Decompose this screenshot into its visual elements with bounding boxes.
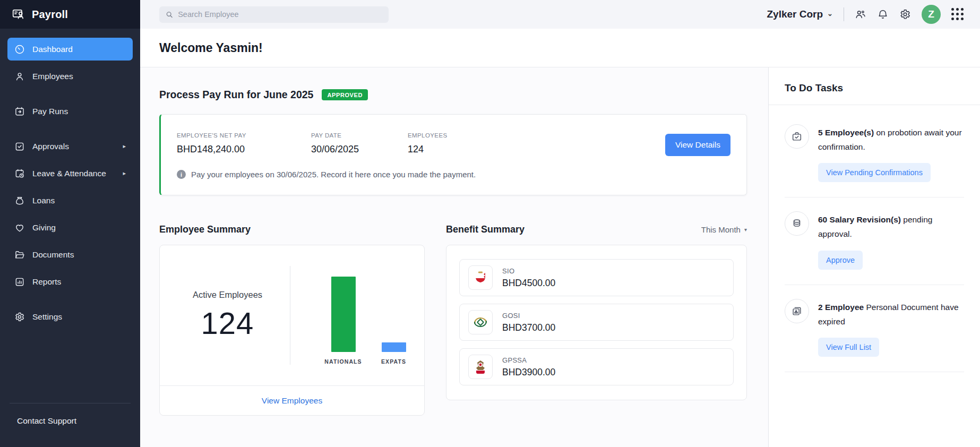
sidebar-item-documents[interactable]: Documents — [7, 243, 133, 266]
field-label: PAY DATE — [311, 132, 408, 139]
task-text: 60 Salary Revision(s) pending approval. — [818, 211, 964, 241]
sidebar-item-employees[interactable]: Employees — [7, 65, 133, 88]
sidebar-item-reports[interactable]: Reports — [7, 270, 133, 293]
sidebar-item-label: Leave & Attendance — [32, 169, 106, 178]
heart-icon — [14, 222, 25, 233]
sidebar-item-label: Documents — [32, 250, 74, 260]
settings-gear-icon[interactable] — [899, 8, 911, 20]
employees-count-field: EMPLOYEES 124 — [408, 132, 448, 155]
search-icon — [166, 11, 173, 19]
apps-grid-icon[interactable] — [951, 8, 964, 21]
benefit-row-sio[interactable]: SIO BHD4500.00 — [459, 259, 734, 296]
payrun-title: Process Pay Run for June 2025 — [159, 89, 313, 101]
sidebar-item-pay-runs[interactable]: Pay Runs — [7, 100, 133, 123]
active-employees-count: 124 — [165, 305, 290, 341]
period-selector[interactable]: This Month ▾ — [701, 225, 747, 234]
app-title: Payroll — [32, 8, 68, 21]
welcome-band: Welcome Yasmin! — [140, 29, 980, 67]
task-text: 2 Employee Personal Document have expire… — [818, 299, 964, 329]
company-name: Zylker Corp — [767, 8, 823, 20]
todo-panel: To Do Tasks 5 Employee(s) on probotion a… — [768, 67, 980, 447]
field-value: 124 — [408, 144, 448, 155]
nationals-label: NATIONALS — [324, 358, 362, 365]
page-title: Welcome Yasmin! — [159, 41, 263, 55]
period-label: This Month — [701, 225, 741, 234]
bahrain-emblem-icon — [468, 265, 493, 290]
benefit-amount: BHD3900.00 — [502, 367, 555, 378]
chevron-right-icon: ▸ — [123, 170, 126, 177]
benefit-row-gpssa[interactable]: GPSSA BHD3900.00 — [459, 348, 734, 385]
chevron-right-icon: ▸ — [123, 143, 126, 150]
folder-icon — [14, 250, 25, 260]
status-badge: APPROVED — [322, 89, 368, 100]
sidebar-item-label: Dashboard — [32, 45, 73, 54]
employee-summary-card: Active Employees 124 NATIONALS — [159, 245, 425, 416]
pay-runs-icon — [14, 106, 25, 117]
approvals-icon — [14, 141, 25, 152]
task-count: 5 Employee(s) — [818, 128, 874, 137]
benefit-amount: BHD4500.00 — [502, 278, 555, 289]
approve-button[interactable]: Approve — [818, 251, 863, 270]
sidebar-item-giving[interactable]: Giving — [7, 216, 133, 239]
uae-emblem-icon — [468, 355, 493, 379]
topbar: Zylker Corp ⌄ Z — [140, 0, 980, 29]
contact-support-link[interactable]: Contact Support — [0, 403, 140, 447]
sidebar-item-label: Loans — [32, 196, 55, 205]
view-pending-confirmations-button[interactable]: View Pending Confirmations — [818, 163, 931, 182]
task-probation-confirmations: 5 Employee(s) on probotion await your co… — [785, 110, 964, 197]
app-logo: Payroll — [0, 0, 140, 29]
field-value: 30/06/2025 — [311, 144, 408, 155]
task-expired-documents: 2 Employee Personal Document have expire… — [785, 285, 964, 372]
benefit-name: SIO — [502, 267, 555, 275]
net-pay-field: EMPLOYEE'S NET PAY BHD148,240.00 — [177, 132, 311, 155]
pay-date-field: PAY DATE 30/06/2025 — [311, 132, 408, 155]
benefit-name: GOSI — [502, 312, 555, 320]
user-avatar[interactable]: Z — [922, 5, 941, 24]
task-salary-revisions: 60 Salary Revision(s) pending approval. … — [785, 197, 964, 285]
benefit-summary-title: Benefit Summary — [446, 224, 525, 235]
active-employees-label: Active Employees — [165, 290, 290, 300]
sidebar-item-label: Pay Runs — [32, 107, 68, 116]
dashboard-content: Process Pay Run for June 2025 APPROVED E… — [140, 67, 768, 447]
nationals-bar — [331, 277, 356, 352]
sidebar-item-label: Giving — [32, 223, 56, 233]
sidebar-nav: Dashboard Employees Pay Runs Approvals ▸… — [0, 29, 140, 332]
company-selector[interactable]: Zylker Corp ⌄ — [767, 8, 833, 20]
view-details-button[interactable]: View Details — [665, 134, 730, 156]
benefit-row-gosi[interactable]: GOSI BHD3700.00 — [459, 304, 734, 341]
payrun-card: EMPLOYEE'S NET PAY BHD148,240.00 PAY DAT… — [159, 114, 747, 195]
employee-bar-chart: NATIONALS EXPATS — [290, 266, 419, 365]
gear-icon — [14, 312, 25, 322]
sidebar-item-settings[interactable]: Settings — [7, 305, 133, 328]
task-text: 5 Employee(s) on probotion await your co… — [818, 124, 964, 154]
notifications-bell-icon[interactable] — [877, 8, 889, 20]
expats-bar — [382, 342, 406, 352]
search-input[interactable] — [178, 10, 382, 19]
sidebar-item-approvals[interactable]: Approvals ▸ — [7, 135, 133, 158]
view-full-list-button[interactable]: View Full List — [818, 338, 879, 357]
users-icon[interactable] — [855, 8, 866, 20]
sidebar-item-leave-attendance[interactable]: Leave & Attendance ▸ — [7, 162, 133, 185]
leave-attendance-icon — [14, 168, 25, 179]
benefit-summary-card: SIO BHD4500.00 GOSI BHD3700.00 — [446, 245, 747, 400]
person-icon — [14, 71, 25, 82]
payroll-logo-icon — [12, 7, 25, 21]
task-count: 2 Employee — [818, 303, 864, 312]
briefcase-check-icon — [785, 124, 809, 149]
task-count: 60 Salary Revision(s) — [818, 215, 901, 224]
sidebar-item-dashboard[interactable]: Dashboard — [7, 38, 133, 61]
benefit-name: GPSSA — [502, 356, 555, 364]
topbar-divider — [844, 7, 844, 21]
info-icon: i — [177, 170, 186, 179]
view-employees-link[interactable]: View Employees — [262, 396, 322, 406]
document-expired-icon — [785, 299, 809, 323]
payrun-note: Pay your employees on 30/06/2025. Record… — [191, 170, 476, 179]
field-label: EMPLOYEES — [408, 132, 448, 139]
search-box[interactable] — [159, 6, 389, 23]
sidebar: Payroll Dashboard Employees Pay Runs App… — [0, 0, 140, 447]
sidebar-item-loans[interactable]: Loans — [7, 189, 133, 212]
chevron-down-icon: ▾ — [744, 227, 747, 233]
dashboard-icon — [14, 44, 25, 55]
gosi-logo-icon — [468, 310, 493, 334]
coins-icon — [785, 211, 809, 236]
